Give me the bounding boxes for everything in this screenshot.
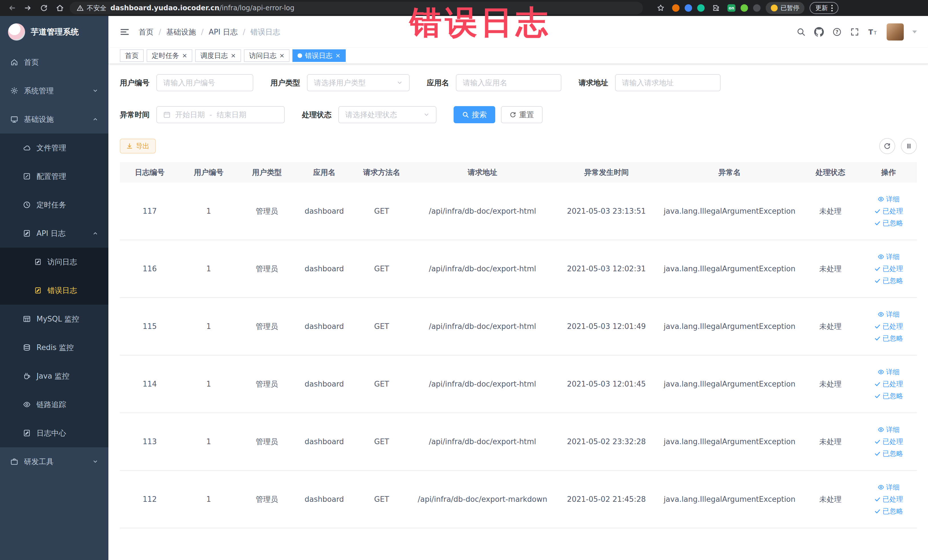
check-icon xyxy=(874,392,881,400)
extension-orange-icon[interactable] xyxy=(672,4,679,12)
hamburger-icon[interactable] xyxy=(120,27,130,37)
tab-error-log[interactable]: 错误日志× xyxy=(292,49,345,62)
edit-icon xyxy=(23,172,31,180)
extension-leaf-icon[interactable] xyxy=(740,4,748,12)
extension-dark-icon[interactable] xyxy=(753,4,760,12)
sidebar-item-error-log[interactable]: 错误日志 xyxy=(0,276,108,305)
bookmark-star-icon[interactable] xyxy=(655,2,667,14)
reload-icon[interactable] xyxy=(38,2,50,14)
process-status-select[interactable]: 请选择处理状态 xyxy=(338,106,437,123)
user-id-label: 用户编号 xyxy=(120,78,150,88)
sidebar-item-scheduled-jobs[interactable]: 定时任务 xyxy=(0,191,108,219)
address-bar[interactable]: 不安全 dashboard.yudao.iocoder.cn/infra/log… xyxy=(70,2,643,14)
cell-status: 未处理 xyxy=(800,322,860,331)
document-edit-icon xyxy=(34,258,42,266)
col-app-name: 应用名 xyxy=(296,168,352,177)
breadcrumb-item[interactable]: 基础设施 xyxy=(166,27,196,37)
action-processed[interactable]: 已处理 xyxy=(874,322,903,331)
cell-exception-time: 2021-05-03 23:13:51 xyxy=(554,207,659,215)
back-icon[interactable] xyxy=(6,2,18,14)
download-icon xyxy=(126,143,133,150)
help-icon[interactable]: ? xyxy=(832,27,841,37)
request-url-input[interactable] xyxy=(615,74,720,91)
cell-request-url: /api/infra/db-doc/export-html xyxy=(411,322,554,331)
action-detail[interactable]: 详细 xyxy=(878,368,900,377)
tab-access-log[interactable]: 访问日志× xyxy=(244,49,290,62)
action-detail[interactable]: 详细 xyxy=(878,425,900,434)
sidebar-item-access-log[interactable]: 访问日志 xyxy=(0,248,108,276)
security-warning[interactable]: 不安全 xyxy=(76,4,107,12)
reset-button[interactable]: 重置 xyxy=(501,106,543,123)
close-icon[interactable]: × xyxy=(279,52,284,59)
sidebar-item-label: 定时任务 xyxy=(37,200,66,210)
avatar[interactable] xyxy=(887,23,904,41)
sidebar-item-redis-monitor[interactable]: Redis 监控 xyxy=(0,333,108,362)
home-icon[interactable] xyxy=(53,2,66,14)
cell-actions: 详细 已处理 已忽略 xyxy=(860,368,917,401)
tab-scheduled-jobs[interactable]: 定时任务× xyxy=(147,49,192,62)
sidebar-item-label: Redis 监控 xyxy=(37,343,73,352)
action-processed[interactable]: 已处理 xyxy=(874,379,903,389)
action-ignored[interactable]: 已忽略 xyxy=(874,218,903,227)
extension-blue-icon[interactable] xyxy=(685,4,692,12)
action-ignored[interactable]: 已忽略 xyxy=(874,334,903,343)
sidebar-item-infra[interactable]: 基础设施 xyxy=(0,105,108,134)
breadcrumb-item[interactable]: 首页 xyxy=(139,27,154,37)
fullscreen-icon[interactable] xyxy=(850,27,859,37)
sidebar-item-file-management[interactable]: 文件管理 xyxy=(0,134,108,162)
sidebar-item-java-monitor[interactable]: Java 监控 xyxy=(0,362,108,390)
col-exception-name: 异常名 xyxy=(659,168,800,177)
action-ignored[interactable]: 已忽略 xyxy=(874,391,903,401)
action-processed[interactable]: 已处理 xyxy=(874,264,903,273)
paused-badge[interactable]: 已暂停 xyxy=(766,2,804,14)
close-icon[interactable]: × xyxy=(335,52,340,59)
action-detail[interactable]: 详细 xyxy=(878,310,900,319)
action-processed[interactable]: 已处理 xyxy=(874,437,903,446)
close-icon[interactable]: × xyxy=(230,52,236,59)
extensions-puzzle-icon[interactable] xyxy=(710,2,722,14)
search-button[interactable]: 搜索 xyxy=(453,106,495,123)
sidebar-item-home[interactable]: 首页 xyxy=(0,48,108,76)
cell-user-type: 管理员 xyxy=(238,437,296,447)
close-icon[interactable]: × xyxy=(182,52,187,59)
action-detail[interactable]: 详细 xyxy=(878,483,900,492)
search-icon[interactable] xyxy=(797,27,806,37)
browser-update-button[interactable]: 更新 xyxy=(810,2,838,14)
sidebar-item-system[interactable]: 系统管理 xyxy=(0,76,108,105)
cell-method: GET xyxy=(353,437,411,446)
browser-extensions: on 已暂停 更新 xyxy=(655,2,838,14)
github-icon[interactable] xyxy=(814,27,824,37)
clock-icon xyxy=(23,201,31,209)
sidebar-item-mysql-monitor[interactable]: MySQL 监控 xyxy=(0,305,108,333)
sidebar-item-api-log[interactable]: API 日志 xyxy=(0,219,108,248)
tab-dispatch-log[interactable]: 调度日志× xyxy=(195,49,241,62)
breadcrumb-item[interactable]: API 日志 xyxy=(209,27,238,37)
columns-settings-button[interactable] xyxy=(901,138,917,154)
action-ignored[interactable]: 已忽略 xyxy=(874,449,903,458)
caret-down-icon[interactable] xyxy=(912,31,917,34)
sidebar-item-dev-tools[interactable]: 研发工具 xyxy=(0,447,108,476)
sidebar-item-trace[interactable]: 链路追踪 xyxy=(0,390,108,419)
forward-icon[interactable] xyxy=(22,2,34,14)
app-name-input[interactable] xyxy=(456,74,562,91)
action-processed[interactable]: 已处理 xyxy=(874,206,903,216)
user-id-input[interactable] xyxy=(156,74,253,91)
user-type-select[interactable]: 请选择用户类型 xyxy=(307,74,410,91)
exception-time-range-picker[interactable]: 开始日期 - 结束日期 xyxy=(156,106,285,123)
sidebar-item-config-management[interactable]: 配置管理 xyxy=(0,162,108,191)
action-ignored[interactable]: 已忽略 xyxy=(874,276,903,285)
extension-on-badge[interactable]: on xyxy=(728,4,736,12)
action-detail[interactable]: 详细 xyxy=(878,195,900,204)
refresh-button[interactable] xyxy=(879,138,895,154)
tab-home[interactable]: 首页 xyxy=(120,49,144,62)
font-size-icon[interactable]: TT xyxy=(868,27,878,37)
action-detail[interactable]: 详细 xyxy=(878,252,900,261)
sidebar-item-log-center[interactable]: 日志中心 xyxy=(0,419,108,447)
sidebar-item-label: 首页 xyxy=(24,57,39,67)
action-processed[interactable]: 已处理 xyxy=(874,495,903,504)
action-ignored[interactable]: 已忽略 xyxy=(874,507,903,516)
export-button[interactable]: 导出 xyxy=(120,139,156,154)
extension-green-icon[interactable] xyxy=(697,4,705,12)
cell-user-type: 管理员 xyxy=(238,206,296,216)
error-log-table: 日志编号 用户编号 用户类型 应用名 请求方法名 请求地址 异常发生时间 异常名… xyxy=(120,162,917,528)
